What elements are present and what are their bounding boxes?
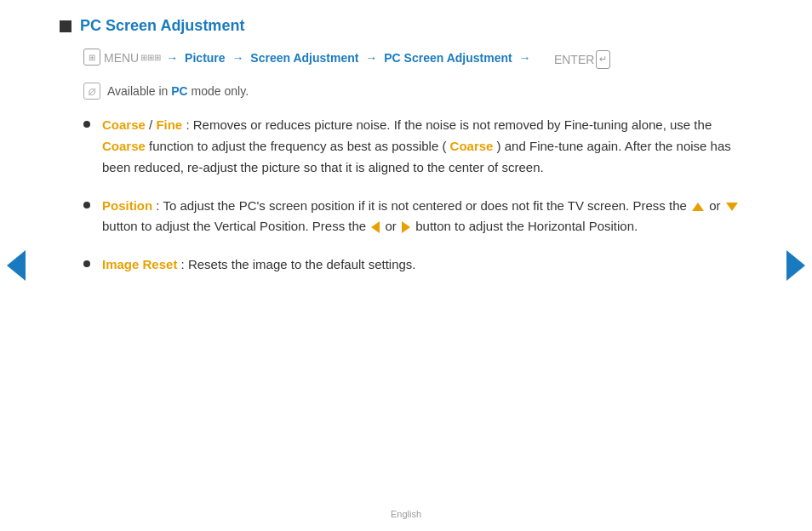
bullet-dot-icon — [83, 260, 90, 267]
menu-label: MENU — [104, 49, 139, 67]
black-square-icon — [60, 20, 71, 32]
triangle-down-icon — [726, 203, 738, 211]
position-desc-3: button to adjust the Horizontal Position… — [415, 219, 638, 233]
footer: English — [0, 509, 812, 519]
enter-label: ENTER — [554, 50, 594, 69]
screen-adjustment-label: Screen Adjustment — [247, 49, 362, 67]
bullet-list: Coarse / Fine : Removes or reduces pictu… — [83, 115, 744, 276]
bullet-dot-icon — [83, 202, 90, 208]
bullet-dot-icon — [83, 121, 90, 128]
menu-path-line2: ENTER ↵ — [535, 50, 611, 69]
note-icon: Ø — [83, 83, 100, 100]
section-title-row: PC Screen Adjustment — [60, 17, 744, 35]
arrow2: → — [232, 49, 243, 67]
pos-or-1: or — [709, 198, 724, 213]
coarse-mid-label: Coarse — [102, 139, 146, 153]
pc-screen-adjustment-label: PC Screen Adjustment — [380, 49, 515, 67]
image-reset-content: Image Reset : Resets the image to the de… — [102, 254, 744, 276]
menu-path-line1: MENU ⊞⊞⊞ → Picture → Screen Adjustment →… — [104, 49, 535, 67]
pos-or-2: or — [386, 219, 401, 233]
position-desc-1: : To adjust the PC's screen position if … — [156, 198, 690, 213]
arrow1: → — [166, 49, 178, 67]
triangle-up-icon — [692, 203, 704, 211]
list-item: Coarse / Fine : Removes or reduces pictu… — [83, 115, 744, 178]
list-item: Position : To adjust the PC's screen pos… — [83, 196, 744, 238]
section-title: PC Screen Adjustment — [80, 17, 244, 35]
note-row: Ø Available in PC mode only. — [83, 83, 744, 100]
triangle-right-icon — [402, 221, 410, 233]
arrow4: → — [519, 49, 531, 67]
image-reset-desc: : Resets the image to the default settin… — [181, 257, 416, 271]
coarse-fine-content: Coarse / Fine : Removes or reduces pictu… — [102, 115, 744, 178]
menu-path: ⊞ MENU ⊞⊞⊞ → Picture → Screen Adjustment… — [83, 49, 744, 69]
coarse-desc-2: function to adjust the frequency as best… — [149, 139, 446, 153]
coarse-label: Coarse — [102, 117, 146, 132]
nav-arrow-right[interactable] — [786, 250, 805, 281]
note-pc-label: PC — [171, 84, 187, 98]
triangle-left-icon — [371, 221, 380, 233]
menu-icon: ⊞ — [83, 49, 100, 66]
position-desc-2: button to adjust the Vertical Position. … — [102, 219, 369, 233]
arrow3: → — [365, 49, 377, 67]
image-reset-label: Image Reset — [102, 257, 177, 271]
enter-icon: ↵ — [596, 50, 610, 69]
position-content: Position : To adjust the PC's screen pos… — [102, 196, 744, 238]
note-text: Available in PC mode only. — [107, 84, 249, 98]
list-item: Image Reset : Resets the image to the de… — [83, 254, 744, 276]
note-after: mode only. — [192, 84, 249, 98]
fine-label: Fine — [156, 117, 182, 132]
coarse-paren-label: Coarse — [450, 139, 494, 153]
note-before: Available in — [107, 84, 171, 98]
footer-language: English — [391, 509, 421, 519]
picture-label: Picture — [181, 49, 228, 67]
position-label: Position — [102, 198, 152, 213]
nav-arrow-left[interactable] — [7, 250, 26, 281]
coarse-desc-1: : Removes or reduces picture noise. If t… — [186, 117, 712, 132]
